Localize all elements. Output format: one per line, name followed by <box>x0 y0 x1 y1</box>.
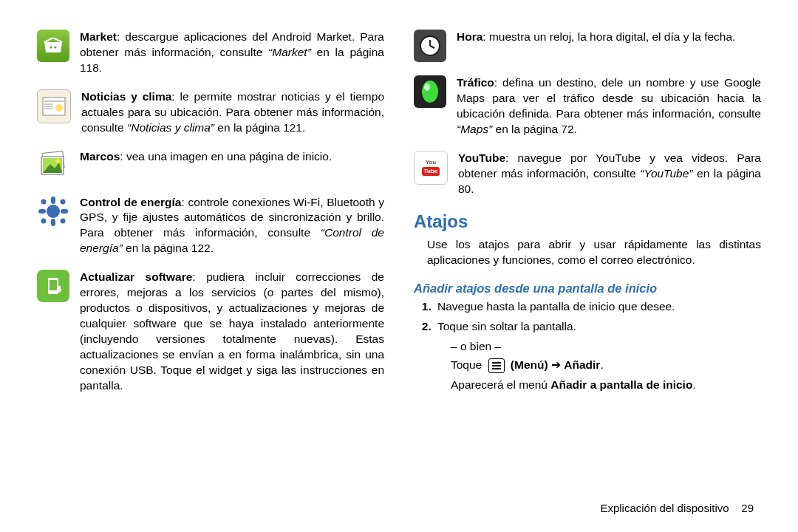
entry-title: YouTube <box>458 151 505 164</box>
svg-point-26 <box>424 83 430 91</box>
svg-point-14 <box>41 199 47 204</box>
result-line: Aparecerá el menú Añadir a pantalla de i… <box>451 378 761 393</box>
widget-entry: Actualizar software: pudiera incluir cor… <box>37 270 384 393</box>
clock-icon <box>414 30 446 62</box>
svg-point-12 <box>55 159 60 163</box>
page-footer: Explicación del dispositivo 29 <box>600 501 754 516</box>
entry-text: Hora: muestra un reloj, la hora digital,… <box>457 30 761 45</box>
widget-entry: Control de energía: controle conexiones … <box>37 195 384 257</box>
entry-text: Marcos: vea una imagen en una página de … <box>80 149 384 165</box>
widget-entry: Market: descargue aplicaciones del Andro… <box>37 30 384 76</box>
entry-title: Control de energía <box>80 196 182 208</box>
picture-frames-icon <box>37 149 69 182</box>
right-column: Hora: muestra un reloj, la hora digital,… <box>414 30 761 517</box>
svg-point-7 <box>55 104 63 112</box>
widget-entry: Tráfico: defina un destino, dele un nomb… <box>414 75 761 137</box>
svg-rect-19 <box>50 280 57 290</box>
svg-point-24 <box>422 81 438 103</box>
section-intro: Use los atajos para abrir y usar rápidam… <box>427 237 761 268</box>
market-icon <box>37 30 69 62</box>
footer-page: 29 <box>741 502 754 514</box>
svg-point-1 <box>55 47 57 49</box>
svg-point-17 <box>61 218 66 223</box>
svg-point-0 <box>50 47 52 49</box>
software-update-icon <box>37 270 69 302</box>
traffic-icon <box>414 75 446 108</box>
entry-title: Tráfico <box>457 76 494 89</box>
widget-entry: Marcos: vea una imagen en una página de … <box>37 149 384 182</box>
entry-title: Noticias y clima <box>81 90 171 103</box>
menu-key-icon <box>488 358 505 373</box>
manual-page: Market: descargue aplicaciones del Andro… <box>0 0 798 532</box>
section-heading: Atajos <box>414 210 761 233</box>
widget-entry: You Tube YouTube: navegue por YouTube y … <box>414 151 761 197</box>
widget-entry: Noticias y clima: le permite mostrar not… <box>37 89 384 136</box>
left-column: Market: descargue aplicaciones del Andro… <box>37 30 384 517</box>
step-item: Toque sin soltar la pantalla. <box>434 319 761 335</box>
entry-title: Market <box>80 30 117 43</box>
or-line: – o bien – <box>451 339 761 355</box>
subsection-heading: Añadir atajos desde una pantalla de inic… <box>414 280 761 296</box>
svg-point-16 <box>41 218 47 223</box>
touch-line: Toque (Menú) ➔ Añadir. <box>451 358 761 373</box>
entry-text: YouTube: navegue por YouTube y vea video… <box>458 151 761 197</box>
news-weather-icon <box>37 89 71 123</box>
entry-text: Actualizar software: pudiera incluir cor… <box>80 270 384 393</box>
steps-list: Navegue hasta la pantalla de inicio que … <box>434 299 761 335</box>
svg-point-13 <box>47 205 60 218</box>
entry-text: Tráfico: defina un destino, dele un nomb… <box>457 75 761 137</box>
entry-title: Hora <box>457 30 482 43</box>
entry-text: Market: descargue aplicaciones del Andro… <box>80 30 384 76</box>
entry-title: Marcos <box>80 150 120 163</box>
entry-text: Control de energía: controle conexiones … <box>80 195 384 257</box>
power-control-icon <box>37 195 69 228</box>
step-item: Navegue hasta la pantalla de inicio que … <box>434 299 761 315</box>
widget-entry: Hora: muestra un reloj, la hora digital,… <box>414 30 761 62</box>
footer-chapter: Explicación del dispositivo <box>600 502 729 514</box>
entry-title: Actualizar software <box>80 270 192 283</box>
youtube-icon: You Tube <box>414 151 448 185</box>
entry-text: Noticias y clima: le permite mostrar not… <box>81 89 384 136</box>
svg-point-15 <box>61 199 66 204</box>
